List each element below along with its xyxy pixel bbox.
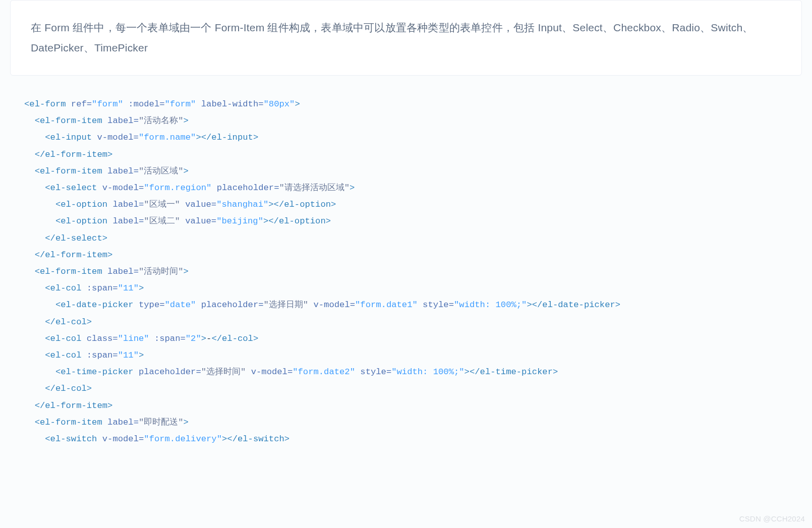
code-token: > — [184, 267, 189, 276]
code-token: </el-date-picker> — [532, 300, 620, 310]
code-token: <el-input — [45, 133, 92, 142]
code-token: "line" — [118, 334, 149, 343]
code-token: <el-select — [45, 183, 97, 193]
code-token: v-model= — [102, 183, 144, 193]
code-token: label= — [107, 267, 139, 276]
code-token: </el-form-item> — [35, 150, 113, 159]
code-token: > — [268, 200, 273, 209]
code-token: "form.delivery" — [144, 434, 222, 444]
page-root: 在 Form 组件中，每一个表单域由一个 Form-Item 组件构成，表单域中… — [0, 0, 812, 528]
code-token: > — [527, 300, 532, 310]
code-token: "date" — [165, 300, 196, 310]
code-token: > — [295, 99, 300, 109]
code-token: </el-select> — [45, 233, 107, 243]
code-token: "区域一" — [144, 200, 180, 209]
code-token: <el-col — [45, 283, 81, 293]
code-token: "2" — [186, 334, 201, 343]
code-token: </el-option> — [268, 216, 331, 226]
code-token: <el-date-picker — [55, 300, 134, 310]
code-token: > — [263, 216, 268, 226]
code-token: "活动时间" — [139, 267, 184, 276]
code-token: "width: 100%;" — [391, 367, 464, 377]
code-token: <el-form-item — [35, 418, 102, 427]
code-token: class= — [87, 334, 118, 343]
code-token: v-model= — [313, 300, 355, 310]
code-token: "11" — [118, 350, 139, 360]
code-token: </el-col> — [45, 384, 92, 393]
code-token: <el-col — [45, 334, 81, 343]
code-token: label= — [107, 166, 139, 176]
code-token: <el-option — [55, 200, 107, 209]
code-token: label= — [107, 116, 139, 126]
code-token: "活动名称" — [139, 116, 184, 126]
code-token: > — [201, 334, 206, 343]
code-token: :model= — [128, 99, 164, 109]
code-token: > — [184, 418, 189, 427]
code-token: > — [196, 133, 201, 142]
code-token: "即时配送" — [139, 418, 184, 427]
code-token: placeholder= — [139, 367, 201, 377]
code-token: "80px" — [264, 99, 295, 109]
code-token: style= — [360, 367, 391, 377]
code-token: type= — [139, 300, 165, 310]
code-token: "form.region" — [144, 183, 211, 193]
description-card: 在 Form 组件中，每一个表单域由一个 Form-Item 组件构成，表单域中… — [10, 0, 802, 76]
code-token: label-width= — [201, 99, 264, 109]
code-token: > — [222, 434, 227, 444]
code-token: <el-option — [55, 216, 107, 226]
code-token: style= — [423, 300, 454, 310]
code-token: v-model= — [97, 133, 139, 142]
code-pre: <el-form ref="form" :model="form" label-… — [24, 96, 788, 447]
code-token: value= — [185, 200, 216, 209]
code-token: "width: 100%;" — [454, 300, 527, 310]
code-token: placeholder= — [217, 183, 279, 193]
code-token: "form.date1" — [355, 300, 418, 310]
code-token: :span= — [87, 350, 118, 360]
code-token: v-model= — [251, 367, 293, 377]
code-token: <el-form-item — [35, 116, 102, 126]
code-block: <el-form ref="form" :model="form" label-… — [0, 76, 812, 447]
code-token: > — [465, 367, 470, 377]
code-token: </el-form-item> — [35, 250, 113, 260]
code-token: value= — [185, 216, 216, 226]
code-token: <el-switch — [45, 434, 97, 444]
code-token: "shanghai" — [216, 200, 268, 209]
description-text: 在 Form 组件中，每一个表单域由一个 Form-Item 组件构成，表单域中… — [31, 18, 781, 58]
code-token: "区域二" — [144, 216, 180, 226]
code-token: > — [184, 116, 189, 126]
code-token: </el-form-item> — [35, 401, 113, 410]
code-token: <el-form — [24, 99, 66, 109]
code-token: </el-col> — [45, 317, 92, 327]
code-token: "活动区域" — [139, 166, 184, 176]
code-token: "11" — [118, 283, 139, 293]
watermark-text: CSDN @CCH2024 — [739, 514, 805, 523]
code-token: "form.name" — [139, 133, 196, 142]
code-token: "请选择活动区域" — [279, 183, 350, 193]
code-token: label= — [107, 418, 139, 427]
code-token: ref= — [71, 99, 92, 109]
code-token: label= — [112, 200, 144, 209]
code-token: "选择时间" — [201, 367, 246, 377]
code-token: :span= — [154, 334, 186, 343]
code-token: > — [139, 350, 144, 360]
code-token: "beijing" — [216, 216, 263, 226]
code-token: <el-form-item — [35, 166, 102, 176]
code-token: - — [206, 334, 211, 343]
code-token: </el-option> — [274, 200, 336, 209]
code-token: placeholder= — [201, 300, 264, 310]
code-token: </el-switch> — [227, 434, 289, 444]
code-token: "form" — [92, 99, 123, 109]
code-token: </el-input> — [201, 133, 258, 142]
code-token: </el-col> — [211, 334, 258, 343]
code-token: :span= — [87, 283, 118, 293]
code-token: "form.date2" — [293, 367, 355, 377]
code-token: > — [139, 283, 144, 293]
code-token: <el-col — [45, 350, 81, 360]
code-token: "选择日期" — [264, 300, 309, 310]
code-token: <el-form-item — [35, 267, 102, 276]
code-token: </el-time-picker> — [470, 367, 558, 377]
code-token: <el-time-picker — [55, 367, 134, 377]
code-token: > — [184, 166, 189, 176]
code-token: > — [350, 183, 355, 193]
code-token: label= — [112, 216, 144, 226]
